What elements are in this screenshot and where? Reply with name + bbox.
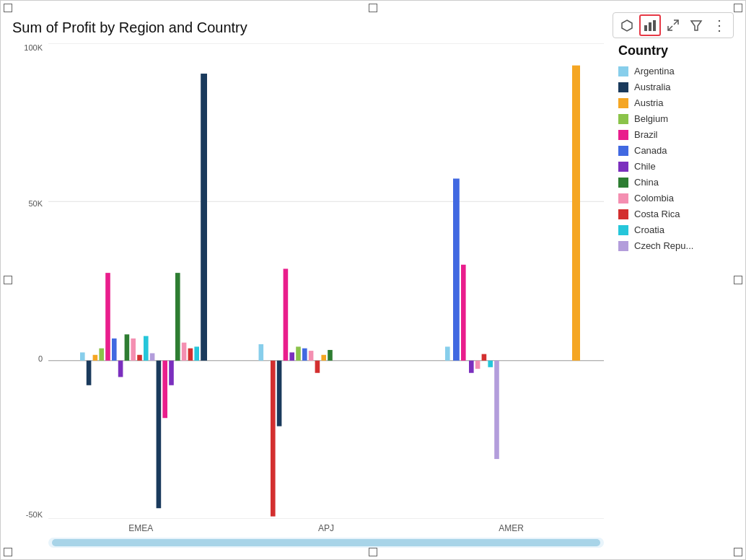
legend-color-swatch: [618, 178, 628, 188]
bar-amer-costarica: [482, 354, 487, 361]
legend-item: Brazil: [618, 129, 734, 140]
bar-amer-chile: [469, 361, 474, 373]
legend-item: Belgium: [618, 113, 734, 124]
resize-handle-ml[interactable]: [4, 276, 12, 284]
inner-container: ⋮ Sum of Profit by Region and Country 10…: [12, 12, 734, 548]
svg-rect-1: [644, 25, 647, 31]
chart-container: ⋮ Sum of Profit by Region and Country 10…: [0, 0, 746, 560]
legend-item: China: [618, 177, 734, 188]
bar-apj-austria: [321, 355, 326, 361]
bar-emea-brazil-neg: [162, 361, 167, 419]
bar-apj-brazil: [284, 268, 289, 360]
filter-button[interactable]: [685, 14, 707, 36]
legend: Country Argentina Australia Austria Belg…: [604, 43, 734, 548]
bar-amer-czech: [494, 361, 499, 459]
resize-handle-bl[interactable]: [4, 548, 12, 556]
bar-amer-croatia: [488, 361, 493, 367]
bar-emea-australia-tall: [201, 74, 207, 361]
x-label-amer: AMER: [418, 523, 604, 533]
legend-item: Costa Rica: [618, 209, 734, 219]
bar-apj-canada: [302, 349, 307, 361]
more-options-button[interactable]: ⋮: [708, 14, 730, 36]
bar-emea-argentina: [80, 352, 85, 360]
bar-emea-china2: [175, 273, 180, 361]
resize-handle-br[interactable]: [734, 548, 742, 556]
bar-amer-brazil: [461, 265, 466, 361]
legend-item-label: China: [634, 177, 659, 188]
x-label-emea: EMEA: [48, 523, 234, 533]
bar-amer-canada-tall: [453, 178, 460, 360]
main-area: 100K 50K 0 -50K: [12, 43, 734, 548]
legend-item-label: Chile: [634, 161, 656, 172]
bar-apj-cr2: [315, 361, 320, 373]
legend-item-label: Costa Rica: [634, 209, 680, 219]
legend-item: Austria: [618, 97, 734, 108]
legend-item-label: Brazil: [634, 129, 658, 140]
y-label-neg50k: -50K: [26, 510, 43, 519]
legend-item-label: Croatia: [634, 224, 664, 235]
resize-handle-tm[interactable]: [369, 4, 377, 12]
legend-item-label: Argentina: [634, 66, 675, 76]
bar-amer-argentina: [445, 346, 450, 360]
bar-emea-canada: [112, 338, 117, 361]
svg-marker-0: [622, 20, 632, 31]
bars-svg: [48, 43, 604, 519]
expand-button[interactable]: [662, 14, 684, 36]
legend-color-swatch: [618, 98, 628, 108]
scrollbar[interactable]: [48, 538, 604, 548]
bar-emea-brazil: [105, 273, 110, 361]
bar-emea-belgium: [99, 349, 104, 361]
legend-item-label: Austria: [634, 97, 663, 108]
scrollbar-thumb[interactable]: [52, 539, 600, 546]
legend-title: Country: [618, 43, 734, 58]
resize-handle-mr[interactable]: [734, 276, 742, 284]
bar-emea-czech: [150, 353, 155, 360]
bar-emea-croatia: [144, 336, 149, 361]
legend-item-label: Czech Repu...: [634, 240, 693, 251]
shape-icon-button[interactable]: [616, 14, 638, 36]
chart-plot: [48, 43, 604, 519]
bar-emea-colombia2: [182, 343, 187, 361]
svg-marker-6: [691, 21, 701, 30]
legend-color-swatch: [618, 114, 628, 124]
y-label-0: 0: [38, 354, 43, 363]
legend-item-label: Belgium: [634, 113, 668, 124]
bar-amer-austria-tall: [572, 66, 580, 361]
y-axis-labels: 100K 50K 0 -50K: [12, 43, 48, 519]
legend-items: Argentina Australia Austria Belgium Braz…: [618, 66, 734, 256]
bar-apj-colombia: [309, 351, 314, 361]
svg-line-4: [674, 20, 678, 25]
legend-color-swatch: [618, 193, 628, 204]
bar-emea-china: [125, 334, 130, 360]
bar-emea-australia2: [157, 361, 162, 509]
bar-emea-croatia2: [194, 346, 199, 360]
legend-item-label: Canada: [634, 145, 667, 156]
bar-apj-costarica-tall: [271, 361, 276, 517]
bar-emea-costarica: [137, 355, 142, 361]
bar-amer-colombia: [475, 361, 480, 369]
bar-emea-chile: [118, 361, 123, 377]
legend-item-label: Australia: [634, 82, 671, 92]
chart-area: 100K 50K 0 -50K: [12, 43, 604, 548]
bar-apj-belgium: [296, 346, 301, 360]
y-label-50k: 50K: [28, 199, 43, 208]
legend-color-swatch: [618, 225, 628, 235]
legend-item: Australia: [618, 82, 734, 92]
resize-handle-tl[interactable]: [4, 4, 12, 12]
bar-apj-china: [328, 350, 333, 361]
resize-handle-tr[interactable]: [734, 4, 742, 12]
legend-color-swatch: [618, 130, 628, 140]
legend-item: Colombia: [618, 193, 734, 204]
x-axis-labels: EMEA APJ AMER: [48, 523, 604, 533]
legend-color-swatch: [618, 241, 628, 251]
legend-color-swatch: [618, 66, 628, 76]
svg-line-5: [668, 26, 672, 30]
legend-item: Chile: [618, 161, 734, 172]
legend-item: Canada: [618, 145, 734, 156]
legend-color-swatch: [618, 209, 628, 219]
bar-chart-button[interactable]: [639, 14, 661, 36]
svg-rect-3: [653, 20, 656, 31]
bar-apj-argentina: [259, 344, 264, 361]
y-label-100k: 100K: [24, 43, 43, 52]
resize-handle-bm[interactable]: [369, 548, 377, 556]
